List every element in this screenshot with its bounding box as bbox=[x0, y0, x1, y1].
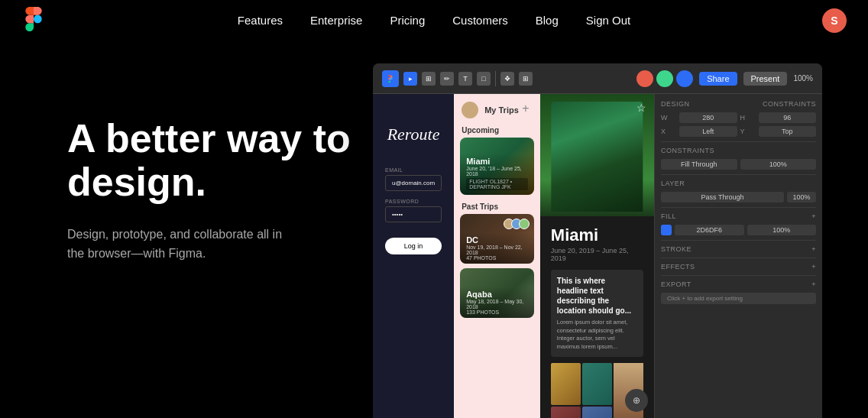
collaborator-avatar-3 bbox=[676, 70, 693, 87]
constraint-pct[interactable]: 100% bbox=[740, 159, 817, 170]
constraint-h[interactable]: Fill Through bbox=[661, 159, 737, 170]
aqaba-card: Aqaba May 18, 2018 – May 30, 2018 133 PH… bbox=[460, 268, 534, 318]
height-input[interactable]: 96 bbox=[759, 112, 817, 123]
frame-tool-icon[interactable]: ⊞ bbox=[422, 72, 436, 86]
nav-links: Features Enterprise Pricing Customers Bl… bbox=[238, 14, 630, 28]
design-section: DESIGN CONSTRAINTS W 280 H 96 X bbox=[661, 100, 816, 304]
user-avatar[interactable]: S bbox=[822, 8, 847, 33]
constraints-label: CONSTRAINTS bbox=[661, 147, 816, 154]
panel-divider-4 bbox=[661, 240, 816, 241]
nav-signout[interactable]: Sign Out bbox=[586, 14, 630, 27]
collaborator-avatar-2 bbox=[656, 70, 673, 87]
pen-tool-icon[interactable]: ✏ bbox=[440, 72, 454, 86]
move-tool-icon[interactable]: ▸ bbox=[403, 72, 417, 86]
miami-city-name: Miami bbox=[551, 225, 643, 245]
text-tool-icon[interactable]: T bbox=[458, 72, 472, 86]
x-input[interactable]: Left bbox=[679, 126, 737, 137]
aqaba-card-city: Aqaba bbox=[466, 290, 528, 299]
travel-app-title: My Trips bbox=[484, 105, 519, 115]
miami-card-city: Miami bbox=[466, 157, 528, 166]
miami-headline-text: This is where headline text describing t… bbox=[557, 276, 637, 316]
figma-screenshot: ▸ ⊞ ✏ T □ ❖ ⊞ Share Present bbox=[373, 71, 822, 418]
miami-card: Miami June 20, '18 – June 25, 2018 FLIGH… bbox=[460, 138, 534, 195]
dc-card-date: Nov 19, 2018 – Nov 22, 2018 bbox=[466, 245, 528, 255]
dc-card: DC Nov 19, 2018 – Nov 22, 2018 47 PHOTOS bbox=[460, 214, 534, 264]
fill-color-swatch[interactable] bbox=[661, 225, 672, 235]
aqaba-card-bg: Aqaba May 18, 2018 – May 30, 2018 133 PH… bbox=[460, 268, 534, 318]
travel-app-panel: My Trips + Upcoming Miami June 20, '18 –… bbox=[454, 94, 540, 418]
password-label: PASSWORD bbox=[385, 199, 442, 204]
present-button[interactable]: Present bbox=[743, 72, 788, 86]
nav-customers[interactable]: Customers bbox=[452, 14, 508, 27]
xy-row: X Left Y Top bbox=[661, 126, 816, 137]
figma-toolbar: ▸ ⊞ ✏ T □ ❖ ⊞ Share Present bbox=[373, 63, 822, 94]
zoom-level: 100% bbox=[793, 74, 813, 83]
dc-photos-count: 47 PHOTOS bbox=[466, 255, 528, 261]
fill-opacity-input[interactable]: 100% bbox=[747, 225, 817, 235]
login-screen-panel: Reroute EMAIL u@domain.com PASSWORD ••••… bbox=[373, 94, 454, 418]
width-input[interactable]: 280 bbox=[679, 112, 737, 123]
panel-divider-2 bbox=[661, 174, 816, 175]
design-label: DESIGN CONSTRAINTS bbox=[661, 100, 816, 108]
opacity-input[interactable]: 100% bbox=[787, 192, 816, 203]
miami-card-flight: FLIGHT OL1827 • DEPARTING JFK bbox=[466, 178, 528, 190]
navbar: Features Enterprise Pricing Customers Bl… bbox=[0, 0, 868, 41]
reroute-logo: Reroute bbox=[387, 125, 440, 144]
collaborators bbox=[636, 70, 693, 87]
height-label: H bbox=[740, 114, 756, 122]
miami-bg-image: ☆ bbox=[540, 94, 654, 216]
x-label: X bbox=[661, 128, 676, 135]
dc-avatars bbox=[507, 219, 530, 229]
password-field-group: PASSWORD ••••• bbox=[385, 199, 442, 222]
nav-blog[interactable]: Blog bbox=[536, 14, 559, 27]
arrange-icon[interactable]: ⊞ bbox=[519, 72, 533, 86]
miami-card-bg: Miami June 20, '18 – June 25, 2018 FLIGH… bbox=[460, 138, 534, 195]
figma-canvas[interactable]: Reroute EMAIL u@domain.com PASSWORD ••••… bbox=[373, 94, 654, 418]
miami-photo-3 bbox=[551, 407, 581, 418]
dc-card-city: DC bbox=[466, 235, 528, 245]
share-button[interactable]: Share bbox=[699, 72, 737, 86]
blend-mode-select[interactable]: Pass Through bbox=[661, 192, 784, 203]
fill-section-title: FILL + bbox=[661, 212, 816, 220]
aqaba-photos-count: 133 PHOTOS bbox=[466, 309, 528, 315]
dc-card-bg: DC Nov 19, 2018 – Nov 22, 2018 47 PHOTOS bbox=[460, 214, 534, 264]
hero-subheadline: Design, prototype, and collaborate all i… bbox=[67, 225, 296, 264]
dc-card-overlay: DC Nov 19, 2018 – Nov 22, 2018 47 PHOTOS bbox=[460, 232, 534, 264]
fill-hex-input[interactable]: 2D6DF6 bbox=[675, 225, 744, 235]
travel-header: My Trips + bbox=[454, 94, 540, 123]
hero-headline: A better way to design. bbox=[67, 117, 358, 204]
fill-row: 2D6DF6 100% bbox=[661, 225, 816, 235]
y-input[interactable]: Top bbox=[759, 126, 817, 137]
figma-menu-icon[interactable] bbox=[382, 70, 399, 87]
email-field-group: EMAIL u@domain.com bbox=[385, 167, 442, 191]
nav-features[interactable]: Features bbox=[238, 14, 283, 27]
main-content: A better way to design. Design, prototyp… bbox=[0, 41, 868, 418]
export-settings-input[interactable]: Click + to add export setting bbox=[661, 293, 816, 304]
toolbar-right: Share Present 100% bbox=[636, 70, 813, 87]
miami-star-icon: ☆ bbox=[636, 102, 646, 114]
toolbar-icons: ▸ ⊞ ✏ T □ ❖ ⊞ bbox=[382, 70, 533, 87]
nav-pricing[interactable]: Pricing bbox=[390, 14, 425, 27]
upcoming-label: Upcoming bbox=[454, 123, 540, 138]
miami-card-overlay: Miami June 20, '18 – June 25, 2018 FLIGH… bbox=[460, 154, 534, 195]
miami-card-date: June 20, '18 – June 25, 2018 bbox=[466, 166, 528, 177]
opacity-control: 100% bbox=[787, 192, 816, 203]
effects-section-title: EFFECTS + bbox=[661, 263, 816, 271]
password-input-display: ••••• bbox=[385, 206, 442, 222]
export-section-title: EXPORT + bbox=[661, 280, 816, 288]
panel-divider-1 bbox=[661, 141, 816, 142]
figma-main-area: Reroute EMAIL u@domain.com PASSWORD ••••… bbox=[373, 94, 822, 418]
component-icon[interactable]: ❖ bbox=[500, 72, 514, 86]
dc-avatar-3 bbox=[519, 219, 530, 229]
aqaba-card-date: May 18, 2018 – May 30, 2018 bbox=[466, 299, 528, 309]
email-label: EMAIL bbox=[385, 167, 442, 173]
scroll-indicator: ⊕ bbox=[625, 389, 648, 412]
toolbar-separator bbox=[495, 71, 496, 86]
nav-enterprise[interactable]: Enterprise bbox=[310, 14, 362, 27]
login-button-display: Log in bbox=[385, 238, 442, 254]
blend-mode-row: Pass Through 100% bbox=[661, 192, 816, 203]
logo[interactable] bbox=[21, 7, 46, 34]
layer-section-title: LAYER bbox=[661, 180, 816, 187]
panel-divider-6 bbox=[661, 275, 816, 276]
rect-tool-icon[interactable]: □ bbox=[477, 72, 491, 86]
